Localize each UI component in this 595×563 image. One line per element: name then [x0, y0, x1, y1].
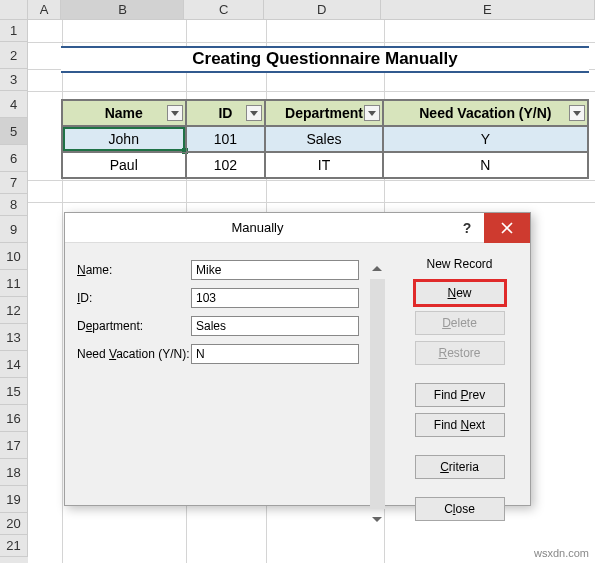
form-row-dept: Department: Sales [77, 313, 367, 339]
input-name[interactable]: Mike [191, 260, 359, 280]
header-text: Need Vacation (Y/N) [419, 105, 551, 121]
dialog-buttons: New Record New Delete Restore Find Prev … [387, 257, 518, 527]
col-header-C[interactable]: C [184, 0, 263, 20]
form-fields: Name: Mike ID: 103 Department: Sales Nee… [77, 257, 367, 527]
row-header[interactable]: 17 [0, 432, 28, 459]
row-header[interactable]: 2 [0, 42, 28, 69]
col-header-A[interactable]: A [28, 0, 62, 20]
restore-button[interactable]: Restore [415, 341, 505, 365]
row-headers: 1 2 3 4 5 6 7 8 9 10 11 12 13 14 15 16 1… [0, 20, 28, 563]
table-row: Paul 102 IT N [62, 152, 588, 178]
input-vacation[interactable]: N [191, 344, 359, 364]
filter-icon[interactable] [364, 105, 380, 121]
input-id[interactable]: 103 [191, 288, 359, 308]
header-text: Department [285, 105, 363, 121]
scroll-track[interactable] [370, 279, 385, 509]
filter-icon[interactable] [167, 105, 183, 121]
row-header[interactable]: 7 [0, 172, 28, 194]
row-header[interactable]: 8 [0, 194, 28, 216]
row-header[interactable]: 13 [0, 324, 28, 351]
find-prev-button[interactable]: Find Prev [415, 383, 505, 407]
table-row: John 101 Sales Y [62, 126, 588, 152]
filter-icon[interactable] [569, 105, 585, 121]
row-header[interactable]: 15 [0, 378, 28, 405]
dialog-titlebar[interactable]: Manually ? [65, 213, 530, 243]
worksheet: A B C D E 1 2 3 4 5 6 7 8 9 10 11 12 13 … [0, 0, 595, 563]
label-dept: Department: [77, 319, 191, 333]
col-header-B[interactable]: B [61, 0, 184, 20]
dialog-body: Name: Mike ID: 103 Department: Sales Nee… [65, 243, 530, 541]
row-header[interactable]: 9 [0, 216, 28, 243]
scroll-up-icon[interactable] [369, 261, 385, 277]
cell-vacation[interactable]: Y [383, 126, 588, 152]
cell-id[interactable]: 102 [186, 152, 266, 178]
new-button[interactable]: New [415, 281, 505, 305]
cell-dept[interactable]: IT [265, 152, 383, 178]
form-row-name: Name: Mike [77, 257, 367, 283]
close-button[interactable]: Close [415, 497, 505, 521]
data-form-dialog: Manually ? Name: Mike ID: 103 Department… [64, 212, 531, 506]
row-header[interactable]: 20 [0, 513, 28, 535]
filter-icon[interactable] [246, 105, 262, 121]
table-header-vacation[interactable]: Need Vacation (Y/N) [383, 100, 588, 126]
col-header-E[interactable]: E [381, 0, 595, 20]
record-scrollbar[interactable] [367, 257, 387, 527]
column-headers: A B C D E [0, 0, 595, 20]
delete-button[interactable]: Delete [415, 311, 505, 335]
form-row-vacation: Need Vacation (Y/N): N [77, 341, 367, 367]
row-header[interactable]: 4 [0, 91, 28, 118]
row-header[interactable]: 19 [0, 486, 28, 513]
cell-name[interactable]: John [62, 126, 186, 152]
cell-name[interactable]: Paul [62, 152, 186, 178]
label-id: ID: [77, 291, 191, 305]
input-dept[interactable]: Sales [191, 316, 359, 336]
header-text: ID [218, 105, 232, 121]
close-icon[interactable] [484, 213, 530, 243]
row-header[interactable]: 12 [0, 297, 28, 324]
row-header[interactable]: 6 [0, 145, 28, 172]
table-header-name[interactable]: Name [62, 100, 186, 126]
label-name: Name: [77, 263, 191, 277]
data-table: Name ID Department Need Vacation (Y/N) J… [61, 99, 589, 179]
cell-vacation[interactable]: N [383, 152, 588, 178]
dialog-title: Manually [65, 220, 450, 235]
page-title: Creating Questionnaire Manually [61, 46, 589, 73]
row-header[interactable]: 16 [0, 405, 28, 432]
scroll-down-icon[interactable] [369, 511, 385, 527]
find-next-button[interactable]: Find Next [415, 413, 505, 437]
row-header[interactable]: 3 [0, 69, 28, 91]
label-vacation: Need Vacation (Y/N): [77, 347, 191, 361]
table-header-dept[interactable]: Department [265, 100, 383, 126]
cell-id[interactable]: 101 [186, 126, 266, 152]
row-header[interactable]: 10 [0, 243, 28, 270]
record-status: New Record [401, 257, 518, 271]
row-header[interactable]: 14 [0, 351, 28, 378]
table-header-id[interactable]: ID [186, 100, 266, 126]
cell-text: John [109, 131, 139, 147]
row-header[interactable]: 5 [0, 118, 28, 145]
row-header[interactable]: 1 [0, 20, 28, 42]
row-header[interactable]: 11 [0, 270, 28, 297]
form-row-id: ID: 103 [77, 285, 367, 311]
row-header[interactable]: 18 [0, 459, 28, 486]
criteria-button[interactable]: Criteria [415, 455, 505, 479]
row-header[interactable]: 21 [0, 535, 28, 557]
cell-dept[interactable]: Sales [265, 126, 383, 152]
header-text: Name [105, 105, 143, 121]
watermark: wsxdn.com [534, 547, 589, 559]
col-header-D[interactable]: D [264, 0, 381, 20]
select-all-corner[interactable] [0, 0, 28, 20]
help-button[interactable]: ? [450, 213, 484, 243]
